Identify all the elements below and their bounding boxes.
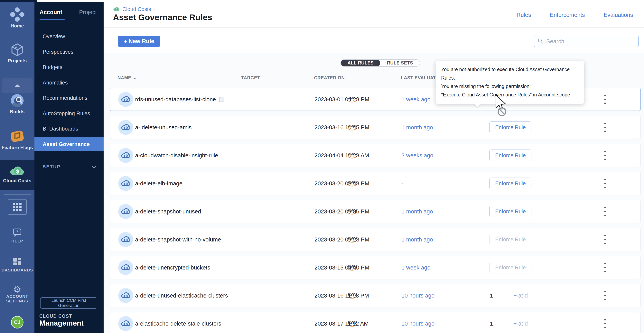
nav-dashboards[interactable]: DASHBOARDS bbox=[0, 257, 34, 272]
rule-icon bbox=[118, 288, 133, 303]
rail-collapse-section[interactable] bbox=[2, 78, 33, 93]
enforce-rule-button[interactable]: Enforce Rule bbox=[490, 122, 532, 133]
tab-account[interactable]: Account bbox=[40, 9, 62, 16]
last-evaluation-link: - bbox=[402, 180, 403, 187]
table-row[interactable]: a-delete-snapshot-with-no-volume aws 202… bbox=[110, 228, 641, 251]
add-enforcement-link[interactable]: + add bbox=[514, 292, 528, 299]
tab-project[interactable]: Project bbox=[79, 9, 97, 16]
help-chat-icon: ? bbox=[12, 228, 23, 239]
launch-ccm-first-gen-button[interactable]: Launch CCM First Generation bbox=[40, 297, 97, 309]
svg-text:?: ? bbox=[16, 230, 18, 234]
nav-account-settings-label: ACCOUNT SETTINGS bbox=[0, 294, 34, 303]
new-rule-button[interactable]: + New Rule bbox=[118, 36, 160, 47]
last-evaluation-link[interactable]: 1 week ago bbox=[402, 264, 430, 271]
tab-all-rules[interactable]: ALL RULES bbox=[341, 60, 380, 66]
nav-projects-label: Projects bbox=[0, 58, 34, 64]
sidebar-item-autostopping-rules[interactable]: AutoStopping Rules bbox=[34, 106, 104, 121]
grid-icon bbox=[13, 203, 22, 211]
rule-name: a-cloudwatch-disable-insight-rule bbox=[135, 152, 218, 159]
rule-icon bbox=[118, 316, 133, 331]
last-evaluation-link[interactable]: 1 month ago bbox=[402, 208, 433, 215]
search-box[interactable] bbox=[534, 36, 639, 47]
video-artifact-strip bbox=[0, 0, 644, 2]
enforce-rule-button: Enforce Rule bbox=[490, 262, 532, 273]
created-on-value: 2023-03-20 09:36 PM bbox=[314, 208, 370, 215]
tooltip-line-2: You are missing the following permission… bbox=[441, 82, 578, 91]
rule-name: a-delete-snapshot-unused bbox=[135, 208, 201, 215]
sidebar-item-budgets[interactable]: Budgets bbox=[34, 60, 104, 74]
rules-view-toggle: ALL RULES RULE SETS bbox=[340, 59, 420, 67]
table-row[interactable]: a-delete-elb-image aws 2023-03-20 08:48 … bbox=[110, 172, 641, 195]
kebab-menu-icon[interactable] bbox=[601, 234, 609, 245]
created-on-value: 2023-03-20 08:48 PM bbox=[314, 180, 370, 187]
breadcrumb-separator: › bbox=[154, 6, 155, 12]
rule-icon bbox=[118, 92, 133, 107]
table-row[interactable]: a-elasticache-delete-stale-clusters aws … bbox=[110, 312, 641, 333]
enforce-rule-button[interactable]: Enforce Rule bbox=[490, 206, 532, 217]
kebab-menu-icon[interactable] bbox=[601, 206, 609, 217]
rule-icon bbox=[118, 176, 133, 191]
module-picker-button[interactable] bbox=[8, 199, 27, 215]
builds-icon bbox=[10, 93, 25, 109]
table-row[interactable]: a-delete-unencrypted-buckets aws 2023-03… bbox=[110, 256, 641, 279]
col-header-created-on: CREATED ON bbox=[314, 75, 344, 81]
last-evaluation-link[interactable]: 1 week ago bbox=[402, 96, 430, 103]
search-input[interactable] bbox=[546, 38, 635, 45]
table-row[interactable]: a- delete-unused-amis aws 2023-03-16 10:… bbox=[110, 116, 641, 139]
created-on-value: 2023-03-20 09:23 PM bbox=[314, 236, 370, 243]
last-evaluation-link[interactable]: 3 weeks ago bbox=[402, 152, 433, 159]
cube-icon bbox=[10, 42, 25, 58]
kebab-menu-icon[interactable] bbox=[601, 150, 609, 161]
harness-logo-icon bbox=[10, 7, 25, 23]
sidebar-item-overview[interactable]: Overview bbox=[34, 30, 104, 44]
link-rules[interactable]: Rules bbox=[516, 12, 531, 18]
nav-help[interactable]: ? HELP bbox=[0, 228, 34, 243]
table-row[interactable]: a-cloudwatch-disable-insight-rule aws 20… bbox=[110, 144, 641, 167]
checkbox-icon[interactable] bbox=[219, 97, 224, 102]
sidebar-item-anomalies[interactable]: Anomalies bbox=[34, 76, 104, 90]
kebab-menu-icon[interactable] bbox=[601, 178, 609, 189]
sidebar-item-perspectives[interactable]: Perspectives bbox=[34, 45, 104, 59]
last-evaluation-link[interactable]: 10 hours ago bbox=[402, 292, 434, 299]
add-enforcement-link[interactable]: + add bbox=[514, 320, 528, 327]
page-title: Asset Governance Rules bbox=[113, 13, 212, 22]
col-header-name[interactable]: NAME bbox=[118, 75, 136, 81]
chevron-down-icon bbox=[92, 164, 96, 169]
link-evaluations[interactable]: Evaluations bbox=[604, 12, 633, 18]
kebab-menu-icon[interactable] bbox=[601, 262, 609, 273]
breadcrumb-link[interactable]: Cloud Costs bbox=[122, 6, 151, 12]
sidebar-item-bi-dashboards[interactable]: BI Dashboards bbox=[34, 122, 104, 136]
created-on-value: 2023-03-16 11:08 PM bbox=[314, 292, 369, 299]
nav-help-label: HELP bbox=[0, 239, 34, 243]
breadcrumb[interactable]: $ Cloud Costs › bbox=[113, 6, 155, 13]
rule-name: rds-unused-databases-list-clone bbox=[135, 96, 224, 103]
nav-account-settings[interactable]: ⚙ ACCOUNT SETTINGS bbox=[0, 284, 34, 303]
avatar[interactable]: CJ bbox=[11, 316, 24, 328]
created-on-value: 2023-03-16 10:45 PM bbox=[314, 124, 370, 131]
kebab-menu-icon[interactable] bbox=[601, 318, 609, 329]
sidebar-item-asset-governance[interactable]: Asset Governance bbox=[34, 137, 104, 151]
nav-projects[interactable]: Projects bbox=[0, 42, 34, 64]
enforcement-count: 1 bbox=[487, 320, 496, 327]
nav-cloud-costs[interactable]: $ Cloud Costs bbox=[0, 160, 34, 190]
last-evaluation-link[interactable]: 1 month ago bbox=[402, 124, 433, 131]
tab-rule-sets[interactable]: RULE SETS bbox=[380, 60, 420, 66]
enforce-rule-button[interactable]: Enforce Rule bbox=[490, 150, 532, 161]
table-row[interactable]: a-delete-unused-elasticache-clusters aws… bbox=[110, 284, 641, 307]
enforce-rule-button[interactable]: Enforce Rule bbox=[490, 178, 532, 189]
kebab-menu-icon[interactable] bbox=[601, 94, 609, 105]
nav-home[interactable]: Home bbox=[0, 7, 34, 29]
sidebar-item-recommendations[interactable]: Recommendations bbox=[34, 91, 104, 105]
table-row[interactable]: a-delete-snapshot-unused aws 2023-03-20 … bbox=[110, 200, 641, 223]
kebab-menu-icon[interactable] bbox=[601, 122, 609, 133]
nav-feature-flags[interactable]: Feature Flags bbox=[0, 128, 34, 150]
rule-icon bbox=[118, 232, 133, 247]
last-evaluation-link[interactable]: 10 hours ago bbox=[402, 320, 434, 327]
created-on-value: 2023-04-04 10:23 AM bbox=[314, 152, 369, 159]
nav-builds[interactable]: Builds bbox=[0, 93, 34, 115]
sidebar-setup[interactable]: SETUP bbox=[43, 164, 96, 170]
kebab-menu-icon[interactable] bbox=[601, 290, 609, 301]
rule-icon bbox=[118, 204, 133, 219]
last-evaluation-link[interactable]: 1 month ago bbox=[402, 236, 433, 243]
link-enforcements[interactable]: Enforcements bbox=[550, 12, 585, 18]
